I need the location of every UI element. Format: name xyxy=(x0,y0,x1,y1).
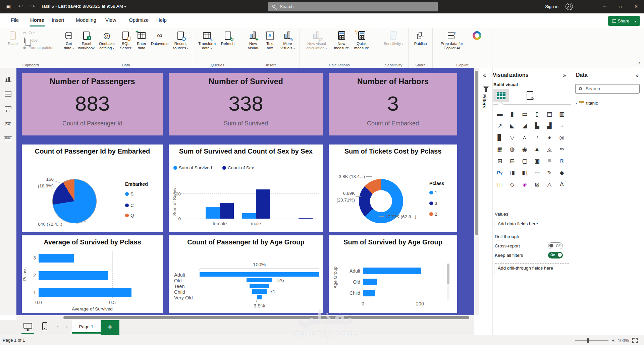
pie-plot[interactable] xyxy=(53,179,96,223)
sidebar-item-dax-query-view[interactable]: DAX xyxy=(3,119,13,129)
visual-icon-arcgis-map[interactable]: ◬ xyxy=(544,144,554,154)
visual-icon-scatter-chart[interactable]: ∴ xyxy=(520,132,530,142)
visual-icon-line-and-clustered-column-chart[interactable]: ▟ xyxy=(544,121,554,131)
scrollbar-thumb[interactable] xyxy=(63,316,469,319)
prev-page-arrow[interactable]: ‹ xyxy=(57,324,59,329)
menu-item-optimize[interactable]: Optimize xyxy=(127,13,150,28)
visual-icon-stacked-column-chart[interactable]: ▮ xyxy=(507,109,517,119)
search-input[interactable]: Search xyxy=(268,2,438,11)
visual-icon-smart-narrative[interactable]: ✎ xyxy=(544,168,554,178)
sidebar-item-table-view[interactable] xyxy=(3,89,13,99)
funnel-chart-age-group[interactable]: Count of Passenger Id by Age Group 100%A… xyxy=(169,235,323,313)
column-blank-count-of-sex[interactable] xyxy=(299,218,313,219)
cut-button[interactable]: ✂Cut xyxy=(21,29,54,37)
visual-icon-matrix[interactable]: ⊟ xyxy=(507,156,517,166)
visual-icon-table[interactable]: ⊞ xyxy=(495,156,505,166)
tab-page-1[interactable]: Page 1 xyxy=(72,320,101,334)
excel-workbook-button[interactable]: X Excel workbook xyxy=(77,29,96,51)
zoom-in-button[interactable]: + xyxy=(612,338,614,343)
collapse-pane-icon[interactable]: « xyxy=(483,72,486,79)
visual-icon-map[interactable]: ▦ xyxy=(495,144,505,154)
visual-icon-pie-chart[interactable]: ◔ xyxy=(532,132,542,142)
sidebar-item-tmdl-view[interactable]: TMDL xyxy=(3,133,13,143)
enter-data-button[interactable]: + Enter data xyxy=(134,29,149,51)
visual-icon-python-visual[interactable]: Py xyxy=(495,168,505,178)
visual-icon-r-script-visual[interactable]: R xyxy=(557,156,567,166)
visual-icon-azure-map[interactable]: ▲ xyxy=(532,144,542,154)
new-measure-button[interactable]: New measure xyxy=(332,29,351,51)
legend-item-3[interactable]: 3 xyxy=(429,201,437,206)
sensitivity-button[interactable]: Sensitivity ▾ xyxy=(381,29,406,47)
collapse-ribbon-icon[interactable]: ∧ xyxy=(638,61,641,344)
new-visual-calculation-button[interactable]: fx New visual calculation ▾ xyxy=(302,29,331,51)
column-male-count-of-sex[interactable] xyxy=(256,189,270,219)
column-male-sum-of-survived[interactable] xyxy=(242,213,256,219)
visual-icon-clustered-column-chart[interactable]: ▯ xyxy=(532,109,542,119)
filters-icon[interactable] xyxy=(483,87,489,90)
sidebar-item-model-view[interactable] xyxy=(3,104,13,114)
kpi-card-survived[interactable]: Number of Survived 338 Sum of Survived xyxy=(169,73,323,135)
cross-report-toggle[interactable]: Off xyxy=(548,242,563,249)
funnel-bar-adult[interactable] xyxy=(200,272,319,277)
onelake-catalog-button[interactable]: ◎ OneLake catalog ▾ xyxy=(97,29,117,51)
bar-chart-avg-survived[interactable]: Average of Survived by Pclass 0.00.5321A… xyxy=(22,235,163,313)
visual-icon-card[interactable]: ▢ xyxy=(520,156,530,166)
legend-item-S[interactable]: S xyxy=(125,191,133,196)
visual-icon-donut-chart[interactable]: ◕ xyxy=(544,132,554,142)
bar-pclass-2[interactable] xyxy=(39,271,108,280)
recent-sources-button[interactable]: Recent sources ▾ xyxy=(170,29,191,51)
visual-icon-line-chart[interactable]: ↗ xyxy=(495,121,505,131)
bar-age-adult[interactable] xyxy=(363,268,421,274)
column-chart-sex[interactable]: Sum of Survived and Count of Sex by Sex … xyxy=(169,145,323,232)
visual-icon-treemap[interactable]: ◎ xyxy=(557,132,567,142)
menu-item-home[interactable]: Home xyxy=(29,13,46,28)
redo-icon[interactable]: ↷ xyxy=(30,3,35,10)
scrollbar-thumb[interactable] xyxy=(447,264,449,284)
refresh-button[interactable]: ↻ Refresh xyxy=(219,29,236,47)
menu-item-insert[interactable]: Insert xyxy=(50,13,66,28)
publish-button[interactable]: Publish xyxy=(411,29,430,47)
chevron-right-icon[interactable]: › xyxy=(575,101,577,106)
menu-item-view[interactable]: View xyxy=(104,13,117,28)
more-visuals-button[interactable]: ✎ More visuals ▾ xyxy=(278,29,297,51)
visual-icon-paginated-report[interactable]: ◫ xyxy=(495,179,505,189)
add-page-button[interactable]: + xyxy=(101,320,119,335)
report-canvas[interactable]: Number of Passengers 883 Count of Passen… xyxy=(16,68,474,315)
text-box-button[interactable]: A Text box xyxy=(262,29,277,51)
menu-item-modeling[interactable]: Modeling xyxy=(74,13,98,28)
funnel-bar-teen[interactable] xyxy=(250,284,269,288)
kpi-card-passengers[interactable]: Number of Passengers 883 Count of Passen… xyxy=(22,73,163,135)
visual-icon-filled-map[interactable]: ◍ xyxy=(507,144,517,154)
column-female-sum-of-survived[interactable] xyxy=(206,207,220,219)
visual-icon-key-influencers[interactable]: ◨ xyxy=(507,168,517,178)
next-page-arrow[interactable]: › xyxy=(66,324,68,329)
bar-chart-survived-age[interactable]: Sum of Survived by Age Group 0200AdultOl… xyxy=(329,235,457,313)
funnel-bar-child[interactable] xyxy=(252,289,267,294)
donut-chart-pclass[interactable]: Sum of Tickets Cost by Pclass 3.8K (13.4… xyxy=(329,145,457,232)
legend-item-2[interactable]: 2 xyxy=(429,212,437,217)
share-button[interactable]: Share▾ xyxy=(608,16,640,26)
fit-to-page-icon[interactable] xyxy=(632,338,638,343)
chart-inner-scrollbar[interactable] xyxy=(447,264,449,300)
close-button[interactable]: ✕ xyxy=(628,0,644,13)
legend-item-count-of-sex[interactable]: Count of Sex xyxy=(222,165,254,170)
account-avatar-icon[interactable] xyxy=(566,3,573,10)
keep-all-filters-toggle[interactable]: On xyxy=(548,252,563,258)
visual-icon-qa-visual[interactable]: ▭ xyxy=(532,168,542,178)
zoom-slider-thumb[interactable] xyxy=(587,338,589,343)
bar-age-old[interactable] xyxy=(363,279,377,285)
copilot-logo-button[interactable] xyxy=(469,29,485,43)
sign-in-button[interactable]: Sign in xyxy=(545,4,558,9)
visual-icon-ribbon-chart[interactable]: ≈ xyxy=(557,121,567,131)
canvas-vertical-scrollbar[interactable] xyxy=(474,68,479,315)
save-icon[interactable]: ▣ xyxy=(5,3,11,10)
funnel-bar-old[interactable] xyxy=(247,278,272,282)
visual-icon-slicer[interactable]: ∞ xyxy=(557,144,567,154)
bar-pclass-3[interactable] xyxy=(39,254,74,263)
visual-icon-power-apps[interactable]: ◇ xyxy=(507,179,517,189)
scrollbar-thumb[interactable] xyxy=(475,71,478,235)
funnel-bar-very-old[interactable] xyxy=(257,295,262,299)
visual-icon-kpi[interactable]: ≡ xyxy=(544,156,554,166)
pie-chart-embarked[interactable]: Count of Passenger Id by Embarked 166(18… xyxy=(22,145,163,232)
visual-icon-area-chart[interactable]: ◣ xyxy=(507,121,517,131)
